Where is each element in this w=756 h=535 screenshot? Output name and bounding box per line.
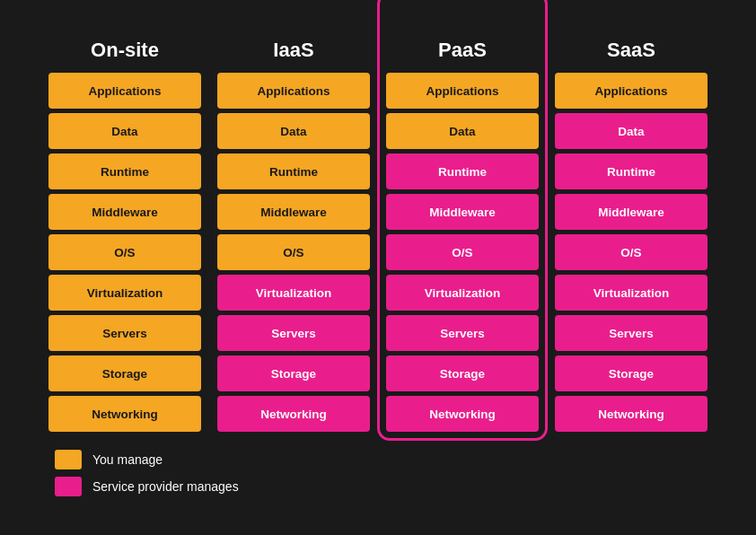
legend: You manageService provider manages xyxy=(19,450,737,496)
column-iaas: IaaSApplicationsDataRuntimeMiddlewareO/S… xyxy=(217,39,370,432)
card-on-site-1: Data xyxy=(48,113,201,149)
column-header-paas: PaaS xyxy=(438,39,487,62)
legend-color-box-pink xyxy=(55,477,82,496)
card-saas-4: O/S xyxy=(555,234,708,270)
card-saas-8: Networking xyxy=(555,396,708,432)
legend-item-1: Service provider manages xyxy=(55,477,737,496)
card-iaas-8: Networking xyxy=(217,396,370,432)
legend-label-1: Service provider manages xyxy=(92,479,239,494)
card-iaas-7: Storage xyxy=(217,355,370,391)
card-on-site-8: Networking xyxy=(48,396,201,432)
column-saas: SaaSApplicationsDataRuntimeMiddlewareO/S… xyxy=(555,39,708,432)
card-saas-5: Virtualization xyxy=(555,275,708,311)
card-on-site-6: Servers xyxy=(48,315,201,351)
columns-wrapper: On-siteApplicationsDataRuntimeMiddleware… xyxy=(19,39,737,432)
card-saas-0: Applications xyxy=(555,73,708,109)
card-paas-3: Middleware xyxy=(386,194,539,230)
card-paas-7: Storage xyxy=(386,355,539,391)
card-iaas-5: Virtualization xyxy=(217,275,370,311)
main-container: On-siteApplicationsDataRuntimeMiddleware… xyxy=(10,21,746,514)
column-header-iaas: IaaS xyxy=(273,39,313,62)
card-on-site-2: Runtime xyxy=(48,153,201,189)
card-paas-8: Networking xyxy=(386,396,539,432)
column-cards-on-site: ApplicationsDataRuntimeMiddlewareO/SVirt… xyxy=(48,73,201,432)
card-on-site-5: Virtualization xyxy=(48,275,201,311)
card-saas-7: Storage xyxy=(555,355,708,391)
column-on-site: On-siteApplicationsDataRuntimeMiddleware… xyxy=(48,39,201,432)
card-iaas-1: Data xyxy=(217,113,370,149)
card-saas-2: Runtime xyxy=(555,153,708,189)
legend-label-0: You manage xyxy=(92,452,163,467)
card-saas-1: Data xyxy=(555,113,708,149)
column-header-saas: SaaS xyxy=(607,39,655,62)
card-paas-2: Runtime xyxy=(386,153,539,189)
card-iaas-3: Middleware xyxy=(217,194,370,230)
card-iaas-6: Servers xyxy=(217,315,370,351)
card-on-site-3: Middleware xyxy=(48,194,201,230)
card-saas-6: Servers xyxy=(555,315,708,351)
card-iaas-2: Runtime xyxy=(217,153,370,189)
column-header-on-site: On-site xyxy=(91,39,159,62)
card-iaas-0: Applications xyxy=(217,73,370,109)
column-cards-iaas: ApplicationsDataRuntimeMiddlewareO/SVirt… xyxy=(217,73,370,432)
card-iaas-4: O/S xyxy=(217,234,370,270)
legend-item-0: You manage xyxy=(55,450,737,469)
card-on-site-0: Applications xyxy=(48,73,201,109)
card-on-site-4: O/S xyxy=(48,234,201,270)
legend-color-box-yellow xyxy=(55,450,82,469)
column-cards-paas: ApplicationsDataRuntimeMiddlewareO/SVirt… xyxy=(386,73,539,432)
card-paas-6: Servers xyxy=(386,315,539,351)
card-paas-5: Virtualization xyxy=(386,275,539,311)
card-saas-3: Middleware xyxy=(555,194,708,230)
card-on-site-7: Storage xyxy=(48,355,201,391)
column-paas: PaaSApplicationsDataRuntimeMiddlewareO/S… xyxy=(386,39,539,432)
card-paas-0: Applications xyxy=(386,73,539,109)
column-cards-saas: ApplicationsDataRuntimeMiddlewareO/SVirt… xyxy=(555,73,708,432)
card-paas-4: O/S xyxy=(386,234,539,270)
card-paas-1: Data xyxy=(386,113,539,149)
